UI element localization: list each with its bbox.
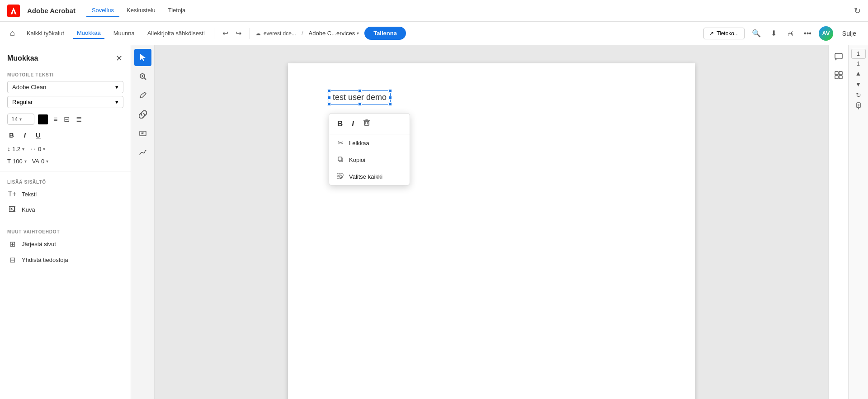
scale-value: 100 [13,158,23,165]
toolbar-convert[interactable]: Muunna [110,28,138,38]
handle-top-left[interactable] [327,89,331,93]
ordered-list-button[interactable]: ⊟ [62,114,71,124]
va-icon: VA [32,158,39,165]
handle-top-mid[interactable] [358,89,362,93]
file-name-text[interactable]: Adobe C...ervices [309,30,355,37]
scale-chevron[interactable]: ▾ [24,159,27,164]
undo-redo-group: ↩ ↪ [220,27,244,39]
download-button[interactable]: ⬇ [768,27,779,39]
zoom-tool-button[interactable] [134,68,151,85]
comment-button[interactable] [830,49,847,65]
handle-mid-right[interactable] [388,96,392,100]
toolbar-sign[interactable]: Allekirjoita sähköisesti [144,28,208,38]
indent-chevron[interactable]: ▾ [43,147,45,152]
add-image-icon: 🖼 [7,205,17,214]
size-color-row: 14 ▾ ≡ ⊟ ≣ [0,111,131,128]
more-button[interactable]: ••• [801,28,814,39]
font-name: Adobe Clean [12,84,46,90]
va-chevron[interactable]: ▾ [46,159,48,164]
font-selector[interactable]: Adobe Clean ▾ [7,81,123,93]
top-nav-right: ↻ [854,6,861,16]
cloud-label[interactable]: everest dce... [264,30,296,37]
text-box-selected[interactable]: test user demo [329,90,391,104]
font-size-input[interactable]: 14 ▾ [7,114,34,125]
indent-spacing-item: ↔ 0 ▾ [30,145,45,152]
close-sidebar-button[interactable]: ✕ [115,52,123,64]
breadcrumb-separator: / [302,30,303,37]
context-select-all-label: Valitse kaikki [349,173,382,180]
home-icon[interactable]: ⌂ [7,27,18,40]
avatar[interactable]: AV [819,26,833,41]
sidebar-header: Muokkaa ✕ [0,45,131,68]
file-name-group: Adobe C...ervices ▾ [309,30,359,37]
context-cut-item[interactable]: ✂ Leikkaa [329,134,410,152]
toolbar-edit[interactable]: Muokkaa [73,28,104,39]
handle-bot-right[interactable] [388,102,392,106]
indent-icon: ↔ [30,145,36,152]
svg-rect-0 [7,5,20,17]
grid-view-button[interactable] [830,67,847,83]
nav-item-keskustelu[interactable]: Keskustelu [121,4,161,17]
select-all-icon [336,173,344,180]
save-button[interactable]: Tallenna [364,27,406,40]
select-tool-button[interactable] [134,49,151,66]
bold-button[interactable]: B [7,130,16,140]
context-italic-button[interactable]: I [351,119,355,129]
other-options-label: MUUT VAIHTOEHDOT [0,225,131,236]
sidebar-title: Muokkaa [7,54,38,62]
svg-marker-2 [140,54,146,61]
unordered-list-button[interactable]: ≡ [52,114,59,124]
spacing-row: ↕ 1.2 ▾ ↔ 0 ▾ [0,142,131,155]
add-text-item[interactable]: T+ Teksti [0,186,131,202]
arrange-pages-item[interactable]: ⊞ Järjestä sivut [0,236,131,252]
sign-tool-button[interactable] [134,144,151,161]
page-attach-button[interactable] [854,101,863,112]
line-spacing-value: 1.2 [12,146,20,152]
page-up-button[interactable]: ▲ [854,69,863,78]
underline-button[interactable]: U [34,130,42,140]
add-image-label: Kuva [22,206,35,213]
handle-bot-mid[interactable] [358,102,362,106]
search-button[interactable]: 🔍 [749,27,764,39]
link-tool-button[interactable] [134,106,151,123]
add-image-item[interactable]: 🖼 Kuva [0,202,131,217]
redo-button[interactable]: ↪ [233,27,244,39]
page-down-button[interactable]: ▼ [854,80,863,89]
print-button[interactable]: 🖨 [784,28,797,39]
handle-mid-left[interactable] [327,96,331,100]
context-select-all-item[interactable]: Valitse kaikki [329,168,410,185]
nav-item-tietoja[interactable]: Tietoja [163,4,191,17]
toolbar-all-tools[interactable]: Kaikki työkalut [23,28,68,38]
pdf-page: test user demo B I [288,63,695,399]
refresh-icon[interactable]: ↻ [854,6,861,16]
tietok-button[interactable]: ↗ Tietoko... [703,28,745,39]
page-total: 1 [857,61,860,67]
context-bold-button[interactable]: B [336,119,344,129]
undo-button[interactable]: ↩ [220,27,231,39]
context-copy-item[interactable]: Kopioi [329,152,410,168]
line-spacing-chevron[interactable]: ▾ [22,147,24,152]
close-button[interactable]: Sulje [838,28,861,39]
font-style: Regular [12,99,33,105]
handle-bot-left[interactable] [327,102,331,106]
handle-top-right[interactable] [388,89,392,93]
delete-icon [363,119,370,126]
color-picker[interactable] [38,114,48,124]
pencil-tool-button[interactable] [134,87,151,104]
textbox-tool-button[interactable]: A [134,125,151,142]
nav-item-sovellus[interactable]: Sovellus [86,4,119,17]
format-row: B I U [0,128,131,142]
context-copy-label: Kopioi [349,157,365,163]
svg-line-4 [144,78,146,80]
combine-files-item[interactable]: ⊟ Yhdistä tiedostoja [0,252,131,268]
font-chevron-icon: ▾ [115,84,118,90]
svg-rect-11 [364,121,369,125]
page-refresh-button[interactable]: ↻ [855,90,862,100]
context-delete-button[interactable] [362,118,371,129]
add-text-icon: T+ [7,190,17,198]
page-number-box[interactable]: 1 [851,49,866,59]
italic-button[interactable]: I [22,130,28,140]
style-selector[interactable]: Regular ▾ [7,96,123,108]
file-chevron-icon[interactable]: ▾ [357,31,359,36]
align-button[interactable]: ≣ [74,114,84,124]
